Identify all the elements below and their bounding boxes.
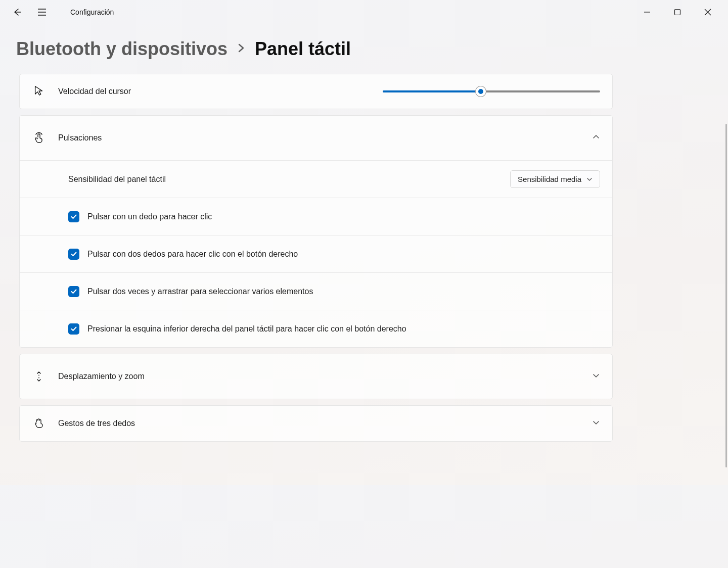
title-bar: Configuración — [0, 0, 623, 24]
taps-header[interactable]: Pulsaciones — [20, 116, 612, 160]
back-button[interactable] — [11, 6, 23, 18]
chevron-down-icon — [592, 418, 600, 429]
svg-point-7 — [38, 375, 39, 376]
scroll-zoom-group: Desplazamiento y zoom — [19, 354, 613, 399]
three-finger-group: Gestos de tres dedos — [19, 405, 613, 442]
chevron-down-icon — [586, 176, 593, 182]
sensitivity-label: Sensibilidad del panel táctil — [68, 175, 510, 184]
tap-option-row[interactable]: Pulsar con dos dedos para hacer clic con… — [20, 235, 612, 272]
sensitivity-select[interactable]: Sensibilidad media — [510, 170, 600, 188]
tap-option-row[interactable]: Pulsar con un dedo para hacer clic — [20, 198, 612, 235]
breadcrumb-current: Panel táctil — [255, 38, 351, 60]
breadcrumb-separator-icon — [238, 42, 245, 56]
cursor-speed-slider[interactable] — [383, 90, 600, 92]
three-finger-header[interactable]: Gestos de tres dedos — [20, 406, 612, 441]
checkbox-checked[interactable] — [68, 323, 79, 335]
scroll-icon — [32, 366, 46, 387]
taps-header-label: Pulsaciones — [58, 133, 592, 143]
tap-option-row[interactable]: Presionar la esquina inferior derecha de… — [20, 310, 612, 347]
tap-option-label: Pulsar dos veces y arrastrar para selecc… — [87, 287, 313, 296]
scroll-zoom-label: Desplazamiento y zoom — [58, 372, 592, 381]
app-title: Configuración — [70, 8, 114, 16]
cursor-icon — [32, 80, 46, 101]
breadcrumb: Bluetooth y dispositivos Panel táctil — [0, 24, 623, 64]
breadcrumb-parent[interactable]: Bluetooth y dispositivos — [16, 38, 228, 60]
sensitivity-row: Sensibilidad del panel táctil Sensibilid… — [20, 160, 612, 198]
svg-point-8 — [38, 377, 39, 378]
tap-option-row[interactable]: Pulsar dos veces y arrastrar para selecc… — [20, 272, 612, 310]
three-finger-label: Gestos de tres dedos — [58, 419, 592, 428]
cursor-speed-label: Velocidad del cursor — [58, 87, 383, 96]
three-finger-icon — [32, 413, 46, 434]
checkbox-checked[interactable] — [68, 249, 79, 260]
chevron-up-icon — [592, 133, 600, 143]
checkbox-checked[interactable] — [68, 211, 79, 222]
scroll-zoom-header[interactable]: Desplazamiento y zoom — [20, 354, 612, 399]
tap-icon — [32, 128, 46, 148]
tap-option-label: Pulsar con un dedo para hacer clic — [87, 212, 212, 221]
hamburger-menu-icon[interactable] — [36, 6, 48, 18]
taps-group: Pulsaciones Sensibilidad del panel tácti… — [19, 115, 613, 348]
chevron-down-icon — [592, 371, 600, 382]
tap-option-label: Presionar la esquina inferior derecha de… — [87, 324, 406, 334]
checkbox-checked[interactable] — [68, 286, 79, 297]
tap-option-label: Pulsar con dos dedos para hacer clic con… — [87, 250, 298, 259]
cursor-speed-card: Velocidad del cursor — [19, 74, 613, 109]
sensitivity-value: Sensibilidad media — [518, 175, 581, 183]
